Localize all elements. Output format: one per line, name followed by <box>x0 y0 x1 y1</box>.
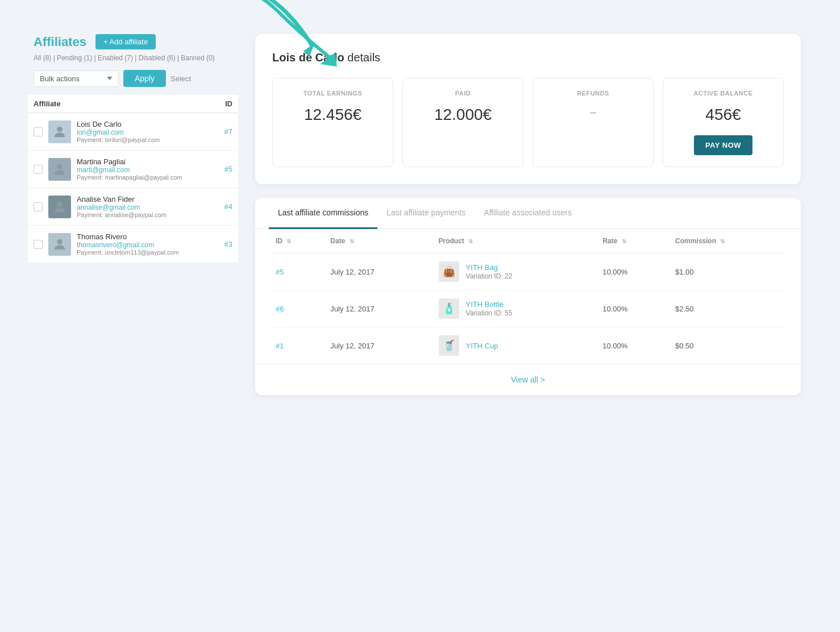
detail-label: details <box>347 51 380 64</box>
product-name[interactable]: YITH Bottle <box>466 300 513 309</box>
product-variation: Variation ID: 55 <box>466 309 513 317</box>
detail-card: Lois de Carlo details TOTAL EARNINGS12.4… <box>255 34 801 184</box>
row-checkbox[interactable] <box>34 165 43 174</box>
affiliate-row[interactable]: Lois De Carlo lori@gmail.com Payment: lo… <box>28 113 238 151</box>
affiliate-id: #4 <box>224 202 232 211</box>
table-row: #5 July 12, 2017 👜 YITH Bag Variation ID… <box>269 253 787 290</box>
pay-now-button[interactable]: PAY NOW <box>694 135 752 155</box>
product-thumb: 🥤 <box>439 335 459 356</box>
bulk-actions-select[interactable]: Bulk actions <box>34 70 119 87</box>
affiliate-id: #3 <box>224 240 232 248</box>
row-rate: 10.00% <box>596 290 668 327</box>
row-date: July 12, 2017 <box>323 290 431 327</box>
col-id: ID <box>225 99 232 108</box>
affiliates-title: Affiliates <box>34 35 86 49</box>
affiliate-id: #5 <box>224 165 232 173</box>
filter-text: All (8) | Pending (1) | Enabled (7) | Di… <box>34 54 215 62</box>
product-thumb: 👜 <box>439 261 459 282</box>
affiliate-email: annalise@gmail.com <box>77 203 219 211</box>
product-name[interactable]: YITH Cup <box>466 342 498 350</box>
affiliate-name: Lois De Carlo <box>77 120 219 128</box>
sort-icon: ⇅ <box>286 238 291 244</box>
tab-1[interactable]: Last affiliate payments <box>377 198 475 229</box>
stat-value: 456€ <box>672 106 774 124</box>
affiliate-info: Martina Pagliai marti@gmail.com Payment:… <box>77 157 219 181</box>
stat-label: PAID <box>412 90 514 97</box>
row-checkbox[interactable] <box>34 127 43 136</box>
product-thumb: 🧴 <box>439 298 459 319</box>
person-icon <box>52 199 68 215</box>
row-id: #5 <box>269 253 323 290</box>
svg-point-2 <box>57 164 62 169</box>
stat-value: 12.000€ <box>412 106 514 124</box>
col-product: Product ⇅ <box>432 229 596 253</box>
col-affiliate: Affiliate <box>34 99 61 108</box>
affiliate-payment: Payment: uncletom113@paypal.com <box>77 249 219 256</box>
col-date: Date ⇅ <box>323 229 431 253</box>
stat-label: TOTAL EARNINGS <box>282 90 384 97</box>
page-wrapper: Affiliates + Add affiliate All (8) | Pen… <box>28 23 812 406</box>
tab-2[interactable]: Affiliate associated users <box>475 198 581 229</box>
stat-label: REFUNDS <box>542 90 644 97</box>
left-panel: Affiliates + Add affiliate All (8) | Pen… <box>28 23 238 406</box>
bulk-actions-row: Bulk actions Apply Select <box>28 70 238 87</box>
affiliate-avatar <box>48 158 71 181</box>
affiliate-info: Lois De Carlo lori@gmail.com Payment: lo… <box>77 120 219 143</box>
sort-icon: ⇅ <box>720 238 725 244</box>
row-rate: 10.00% <box>596 253 668 290</box>
sort-icon: ⇅ <box>622 238 626 244</box>
stat-box-total_earnings: TOTAL EARNINGS12.456€ <box>272 78 393 167</box>
add-affiliate-button[interactable]: + Add affiliate <box>95 34 156 49</box>
affiliate-payment: Payment: annalise@paypal.com <box>77 211 219 218</box>
affiliate-info: Thomas Rivero thomasrivero@gmail.com Pay… <box>77 232 219 256</box>
commissions-card: Last affiliate commissionsLast affiliate… <box>255 198 801 395</box>
svg-point-3 <box>57 201 62 206</box>
affiliates-header: Affiliates + Add affiliate <box>28 34 238 49</box>
stat-label: ACTIVE BALANCE <box>672 90 774 97</box>
product-variation: Variation ID: 22 <box>466 272 513 280</box>
col-rate: Rate ⇅ <box>596 229 668 253</box>
affiliate-email: marti@gmail.com <box>77 166 219 174</box>
affiliate-email: thomasrivero@gmail.com <box>77 241 219 249</box>
row-checkbox[interactable] <box>34 202 43 211</box>
row-checkbox[interactable] <box>34 240 43 249</box>
affiliate-name: Martina Pagliai <box>77 157 219 166</box>
row-date: July 12, 2017 <box>323 327 431 364</box>
table-row: #1 July 12, 2017 🥤 YITH Cup 10.00% $0.50 <box>269 327 787 364</box>
person-icon <box>52 236 68 252</box>
affiliate-avatar <box>48 196 71 218</box>
affiliate-row[interactable]: Thomas Rivero thomasrivero@gmail.com Pay… <box>28 226 238 263</box>
stats-row: TOTAL EARNINGS12.456€PAID12.000€REFUNDS–… <box>272 78 784 167</box>
filter-links: All (8) | Pending (1) | Enabled (7) | Di… <box>28 54 238 62</box>
row-product: 🧴 YITH Bottle Variation ID: 55 <box>432 290 596 327</box>
select-label: Select <box>171 74 191 83</box>
row-product: 👜 YITH Bag Variation ID: 22 <box>432 253 596 290</box>
tab-0[interactable]: Last affiliate commissions <box>269 198 377 229</box>
affiliate-row[interactable]: Analise Van Fider annalise@gmail.com Pay… <box>28 188 238 226</box>
right-panel: Lois de Carlo details TOTAL EARNINGS12.4… <box>238 23 812 406</box>
stat-value: 12.456€ <box>282 106 384 124</box>
table-row: #6 July 12, 2017 🧴 YITH Bottle Variation… <box>269 290 787 327</box>
row-commission: $2.50 <box>668 290 787 327</box>
detail-name: Lois de Carlo <box>272 51 344 64</box>
affiliate-email: lori@gmail.com <box>77 128 219 136</box>
sort-icon: ⇅ <box>350 238 354 244</box>
product-name[interactable]: YITH Bag <box>466 263 513 272</box>
sort-icon: ⇅ <box>468 238 473 244</box>
affiliate-row[interactable]: Martina Pagliai marti@gmail.com Payment:… <box>28 151 238 188</box>
row-date: July 12, 2017 <box>323 253 431 290</box>
row-commission: $1.00 <box>668 253 787 290</box>
person-icon <box>52 124 68 140</box>
svg-point-1 <box>57 126 62 131</box>
tabs-row: Last affiliate commissionsLast affiliate… <box>255 198 801 229</box>
affiliate-avatar <box>48 120 71 143</box>
view-all-link[interactable]: View all > <box>511 375 545 384</box>
svg-point-4 <box>57 239 62 244</box>
affiliate-name: Analise Van Fider <box>77 195 219 203</box>
person-icon <box>52 161 68 177</box>
commissions-table: ID ⇅Date ⇅Product ⇅Rate ⇅Commission ⇅ #5… <box>269 229 787 364</box>
affiliate-name: Thomas Rivero <box>77 232 219 241</box>
affiliate-avatar <box>48 233 71 256</box>
apply-button[interactable]: Apply <box>123 70 166 87</box>
affiliate-id: #7 <box>224 127 232 136</box>
